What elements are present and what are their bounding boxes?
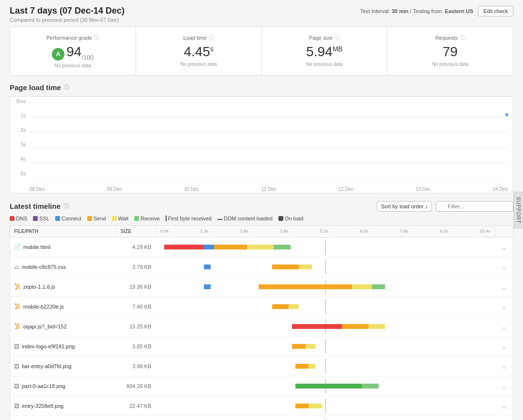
metric-label: Performance grade ⓘ [18, 34, 128, 41]
size-cell: 4.29 KB [117, 237, 155, 257]
expand-cell[interactable]: ⌄ [495, 356, 513, 376]
on-load-marker [325, 299, 326, 314]
expand-row-button[interactable]: ⌄ [499, 362, 509, 370]
bar-track-cell [155, 257, 496, 277]
file-type-icon: 📄 [14, 244, 21, 250]
expand-cell[interactable]: ⌄ [495, 396, 513, 416]
file-cell: 📜 mobile-b2220e.js [10, 296, 117, 316]
expand-cell[interactable]: ⌄ [495, 257, 513, 277]
bar-track [159, 359, 492, 373]
metric-card-1: Load time ⓘ 4.45s No previous data [136, 27, 262, 75]
table-row: 🗂 mobile-c8c875.css 3.79 KB ⌄ [10, 257, 513, 277]
top-bar: Last 7 days (07 Dec-14 Dec) Compared to … [0, 0, 523, 27]
chart-y-labels: 5s4s3s2s1s0ms [10, 97, 28, 178]
bar-segment [204, 245, 214, 249]
on-load-marker [325, 339, 326, 354]
metric-info-icon[interactable]: ⓘ [460, 34, 465, 41]
timeline-table: FILE/PATH SIZE 0.0s1.3s2.6s3.9s5.2s6.5s7… [10, 225, 513, 420]
expand-cell[interactable]: ⌄ [495, 277, 513, 296]
expand-row-button[interactable]: ⌄ [499, 243, 509, 251]
metric-card-2: Page size ⓘ 5.94MB No previous data [262, 27, 387, 75]
metric-info-icon[interactable]: ⓘ [335, 34, 340, 41]
size-cell: 19.36 KB [117, 277, 155, 296]
file-type-icon: 🖼 [14, 403, 19, 409]
bar-track-cell [155, 277, 496, 296]
expand-cell[interactable]: ⌄ [495, 336, 513, 356]
expand-cell[interactable]: ⌄ [495, 376, 513, 396]
no-prev-data: No previous data [18, 63, 128, 68]
file-type-icon: 📜 [14, 283, 21, 290]
bar-track [159, 419, 492, 420]
file-type-icon: 🗂 [14, 264, 19, 270]
bar-segment [369, 324, 385, 329]
bar-segment [272, 264, 299, 269]
file-cell: 🖼 entry-3258e8.png [10, 396, 117, 416]
legend-item: On load [278, 216, 304, 221]
legend-color-dot [278, 216, 283, 221]
expand-row-button[interactable]: ⌄ [499, 402, 509, 410]
bar-segment [259, 284, 352, 289]
filename: mobile-c8c875.css [22, 264, 66, 270]
bar-track [159, 299, 492, 314]
metric-info-icon[interactable]: ⓘ [209, 34, 214, 41]
expand-row-button[interactable]: ⌄ [499, 263, 509, 271]
filename: entry-3258e8.png [22, 403, 63, 409]
chart-container: 5s4s3s2s1s0ms 08 Dec09 Dec10 Dec11 Dec12… [10, 96, 513, 193]
expand-row-button[interactable]: ⌄ [499, 303, 509, 311]
timeline-title-text: Latest timeline [10, 202, 61, 210]
expand-row-button[interactable]: ⌄ [499, 382, 509, 390]
bar-segment [308, 364, 315, 369]
expand-cell[interactable]: ⌄ [495, 416, 513, 420]
metric-label: Requests ⓘ [395, 34, 505, 41]
bar-track-cell [155, 237, 496, 257]
filter-input[interactable] [436, 201, 513, 212]
y-label: 1s [10, 113, 26, 118]
expand-cell[interactable]: ⌄ [495, 316, 513, 336]
page-load-info-icon[interactable]: ⓘ [64, 84, 69, 91]
filter-wrapper: 🔍 [436, 201, 513, 212]
y-label: 3s [10, 142, 26, 147]
no-prev-data: No previous data [144, 62, 254, 67]
bar-segment [295, 384, 362, 389]
col-header-expand [495, 225, 513, 237]
expand-row-button[interactable]: ⌄ [499, 323, 509, 330]
legend-label: On load [285, 216, 304, 221]
expand-cell[interactable]: ⌄ [495, 237, 513, 257]
bar-segment [295, 364, 308, 369]
bar-track [159, 319, 492, 334]
edit-check-button[interactable]: Edit check [478, 6, 513, 16]
grade-wrapper: A 94/100 [18, 44, 128, 61]
timeline-section: Latest timeline ⓘ Sort by load order ↕ 🔍… [10, 201, 513, 420]
expand-row-button[interactable]: ⌄ [499, 283, 509, 291]
bar-track-cell [155, 416, 496, 420]
x-label: 10 Dec [184, 187, 200, 192]
filename: zepto-1.1.6.js [23, 284, 55, 290]
legend-item: Receive [134, 216, 160, 221]
bar-segment [308, 404, 322, 408]
bar-track-cell [155, 396, 496, 416]
bar-track-cell [155, 356, 496, 376]
legend-label: Connect [62, 216, 81, 221]
timeline-info-icon[interactable]: ⓘ [63, 202, 69, 210]
legend-label: Receive [140, 216, 160, 221]
table-row: 📜 oqapi.js?_bid=152 15.25 KB ⌄ [10, 316, 513, 336]
header-right: Test interval: 30 min / Testing from: Ea… [360, 6, 513, 16]
sort-button[interactable]: Sort by load order ↕ [377, 201, 432, 212]
svg-point-6 [506, 113, 508, 116]
bar-segment [362, 384, 378, 389]
table-row: 📜 mobile-b2220e.js 7.46 KB ⌄ [10, 296, 513, 316]
bar-segment [299, 264, 312, 269]
metrics-row: Performance grade ⓘ A 94/100 No previous… [10, 27, 513, 76]
size-cell: 3.79 KB [117, 257, 155, 277]
x-label: 12 Dec [338, 187, 354, 192]
legend-color-dot [55, 216, 60, 221]
metric-info-icon[interactable]: ⓘ [94, 34, 99, 41]
bar-segment [306, 344, 316, 349]
expand-row-button[interactable]: ⌄ [499, 342, 509, 350]
expand-cell[interactable]: ⌄ [495, 296, 513, 316]
support-button[interactable]: SUPPORT [513, 191, 523, 229]
on-load-marker [325, 260, 326, 274]
col-header-bars: 0.0s1.3s2.6s3.9s5.2s6.5s7.8s9.1s10.4s [155, 225, 496, 237]
legend-item: Connect [55, 216, 81, 221]
table-row: 🖼 bar-entry-a0d7fd.png 3.98 KB ⌄ [10, 356, 513, 376]
